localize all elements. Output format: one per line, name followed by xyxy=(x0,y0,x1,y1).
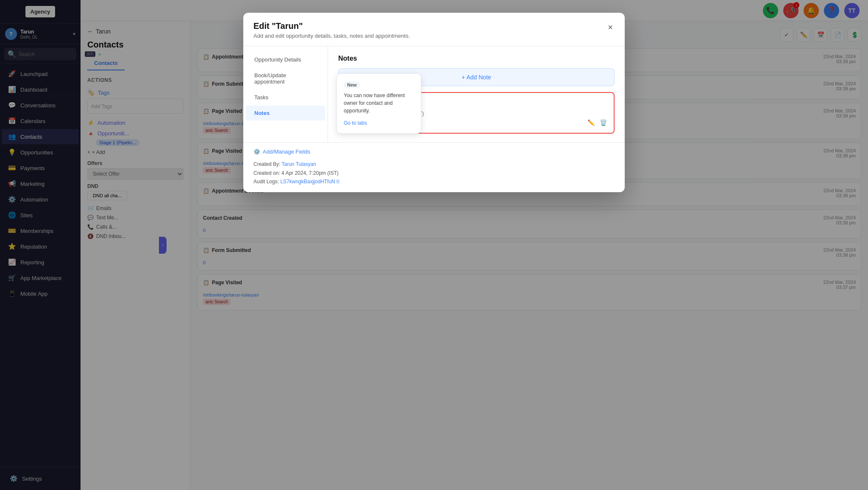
modal-header-text: Edit "Tarun" Add and edit opportunity de… xyxy=(253,21,410,39)
note-delete-button[interactable]: 🗑️ xyxy=(599,118,608,127)
created-on-value: 4 Apr 2024, 7:20pm (IST) xyxy=(281,170,339,176)
note-actions: ✏️ 🗑️ xyxy=(587,118,608,127)
modal-main: Notes + Add Note Notes 1 Created: 4 Apr … xyxy=(328,46,625,142)
add-manage-fields-button[interactable]: ⚙️ Add/Manage Fields xyxy=(253,148,615,155)
notes-section-title: Notes xyxy=(338,55,615,62)
modal-nav-opportunity-details[interactable]: Opportunity Details xyxy=(246,52,325,67)
gear-icon: ⚙️ xyxy=(253,148,260,155)
edit-modal: Edit "Tarun" Add and edit opportunity de… xyxy=(243,13,625,192)
modal-sidebar: Opportunity Details Book/Update appointm… xyxy=(243,46,328,142)
modal-nav-tasks[interactable]: Tasks xyxy=(246,90,325,105)
tooltip-new-badge: New xyxy=(344,81,360,88)
created-on-label: Created on: xyxy=(253,170,280,176)
modal-nav-notes[interactable]: Notes xyxy=(246,106,325,120)
footer-meta: Created By: Tarun Tulasyan Created on: 4… xyxy=(253,160,615,186)
modal-footer: ⚙️ Add/Manage Fields Created By: Tarun T… xyxy=(243,142,625,192)
modal-overlay[interactable]: Edit "Tarun" Add and edit opportunity de… xyxy=(0,0,868,490)
created-by-label: Created By: xyxy=(253,161,280,167)
add-manage-label: Add/Manage Fields xyxy=(263,148,310,155)
modal-subtitle: Add and edit opportunity details, tasks,… xyxy=(253,33,410,39)
copy-icon[interactable]: ⎘ xyxy=(337,179,339,185)
audit-logs-value[interactable]: LS7kwngkBaxjjodHTfuN xyxy=(280,179,335,185)
modal-nav-book-appointment[interactable]: Book/Update appointment xyxy=(246,68,325,89)
note-edit-button[interactable]: ✏️ xyxy=(587,118,595,127)
tooltip-link[interactable]: Go to labs xyxy=(344,120,367,126)
created-by-value: Tarun Tulasyan xyxy=(282,161,316,167)
tooltip-text: You can now have different owner for con… xyxy=(344,92,414,115)
modal-body: Opportunity Details Book/Update appointm… xyxy=(243,46,625,142)
modal-header: Edit "Tarun" Add and edit opportunity de… xyxy=(243,13,625,46)
new-feature-tooltip: New You can now have different owner for… xyxy=(337,73,421,134)
modal-close-button[interactable]: × xyxy=(606,21,615,33)
modal-title: Edit "Tarun" xyxy=(253,21,410,31)
audit-logs-label: Audit Logs: xyxy=(253,179,279,185)
